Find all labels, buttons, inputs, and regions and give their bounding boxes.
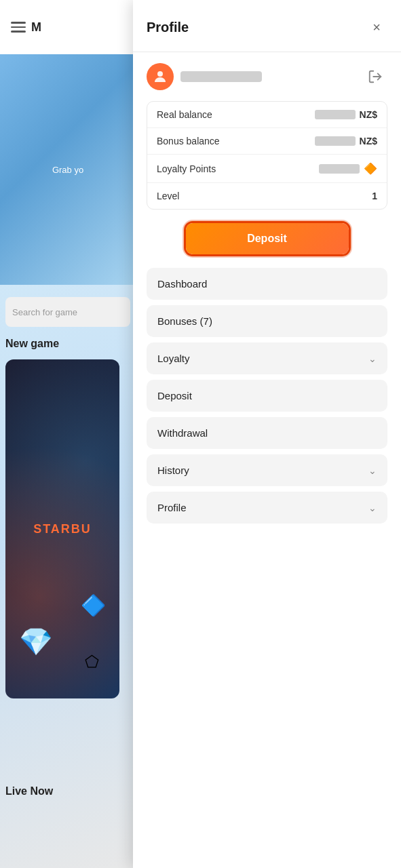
user-avatar [147, 63, 174, 90]
bg-live-now: Live Now [0, 780, 136, 803]
hamburger-icon[interactable] [11, 22, 26, 33]
chevron-down-icon-profile: ⌄ [368, 502, 377, 513]
menu-item-history-label: History [157, 465, 189, 476]
menu-item-profile-label: Profile [157, 502, 187, 513]
menu-item-profile[interactable]: Profile ⌄ [147, 492, 387, 524]
bonus-balance-currency: NZ$ [360, 136, 377, 146]
search-placeholder: Search for game [12, 307, 77, 317]
diamond-icon: 🔶 [364, 162, 377, 175]
bonus-balance-row: Bonus balance NZ$ [147, 128, 387, 155]
close-button[interactable]: × [366, 16, 387, 38]
chevron-down-icon: ⌄ [368, 353, 377, 364]
bg-new-games: New game [0, 332, 136, 361]
level-value: 1 [372, 191, 377, 201]
menu-item-history[interactable]: History ⌄ [147, 454, 387, 486]
deposit-button[interactable]: Deposit [186, 223, 349, 254]
loyalty-value: 🔶 [319, 162, 377, 175]
panel-title: Profile [147, 20, 189, 35]
bg-game-card: STARBU 💎 🔷 ⬠ [5, 359, 119, 698]
bg-logo: M [31, 20, 41, 35]
menu-item-deposit-label: Deposit [157, 390, 192, 401]
balance-section: Real balance NZ$ Bonus balance NZ$ Loyal… [147, 101, 387, 210]
bonus-balance-amount [315, 136, 356, 146]
menu-item-deposit[interactable]: Deposit [147, 380, 387, 412]
loyalty-label: Loyalty Points [157, 163, 216, 174]
real-balance-row: Real balance NZ$ [147, 102, 387, 128]
bonus-balance-value: NZ$ [315, 136, 377, 146]
bg-live-now-title: Live Now [5, 785, 130, 797]
user-info [147, 63, 262, 90]
menu-section: Dashboard Bonuses (7) Loyalty ⌄ Deposit … [133, 268, 401, 524]
real-balance-value: NZ$ [315, 109, 377, 120]
bg-search[interactable]: Search for game [5, 297, 130, 327]
bonus-balance-label: Bonus balance [157, 136, 220, 146]
menu-item-bonuses-label: Bonuses (7) [157, 315, 212, 327]
bg-header: M [0, 0, 136, 54]
real-balance-label: Real balance [157, 109, 212, 120]
menu-item-dashboard[interactable]: Dashboard [147, 268, 387, 300]
menu-item-loyalty-label: Loyalty [157, 353, 190, 364]
menu-item-bonuses[interactable]: Bonuses (7) [147, 305, 387, 337]
user-section [133, 52, 401, 101]
user-name [180, 71, 262, 82]
loyalty-row: Loyalty Points 🔶 [147, 155, 387, 183]
profile-panel: Profile × Real balance [133, 0, 401, 868]
deposit-btn-container: Deposit [133, 210, 401, 268]
level-label: Level [157, 191, 179, 201]
level-row: Level 1 [147, 183, 387, 209]
loyalty-amount [319, 164, 360, 174]
bg-new-games-title: New game [5, 338, 130, 350]
menu-item-dashboard-label: Dashboard [157, 278, 207, 290]
menu-item-loyalty[interactable]: Loyalty ⌄ [147, 342, 387, 374]
bg-promo: Grab yo [0, 54, 136, 285]
logout-button[interactable] [363, 64, 387, 89]
panel-header: Profile × [133, 0, 401, 52]
svg-point-0 [157, 71, 163, 77]
real-balance-currency: NZ$ [360, 109, 377, 120]
menu-item-withdrawal-label: Withdrawal [157, 427, 208, 439]
bg-promo-text: Grab yo [47, 159, 89, 180]
real-balance-amount [315, 110, 356, 119]
game-card-title: STARBU [33, 522, 92, 536]
chevron-down-icon-history: ⌄ [368, 465, 377, 476]
menu-item-withdrawal[interactable]: Withdrawal [147, 417, 387, 449]
